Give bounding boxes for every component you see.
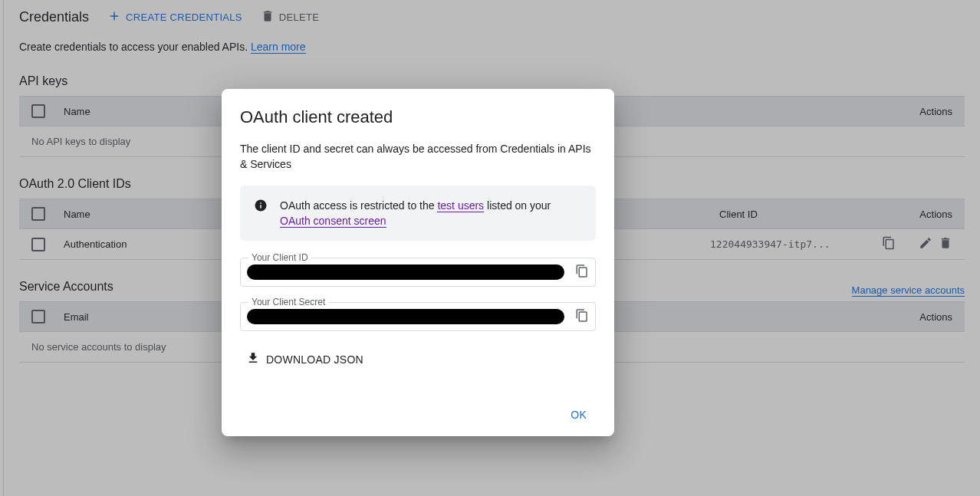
- info-box: OAuth access is restricted to the test u…: [240, 186, 596, 241]
- download-json-button[interactable]: DOWNLOAD JSON: [243, 347, 367, 372]
- info-pre: OAuth access is restricted to the: [280, 199, 437, 212]
- client-secret-field: Your Client Secret: [240, 302, 596, 331]
- oauth-consent-screen-link[interactable]: OAuth consent screen: [280, 215, 386, 228]
- oauth-created-dialog: OAuth client created The client ID and s…: [222, 89, 614, 436]
- client-id-label: Your Client ID: [248, 252, 311, 263]
- info-icon: [254, 198, 268, 228]
- info-text: OAuth access is restricted to the test u…: [280, 198, 582, 228]
- test-users-link[interactable]: test users: [437, 199, 484, 212]
- ok-button[interactable]: OK: [561, 402, 596, 427]
- client-secret-value-redacted: [247, 309, 564, 324]
- download-json-label: DOWNLOAD JSON: [266, 353, 363, 366]
- client-secret-label: Your Client Secret: [248, 297, 328, 307]
- info-mid: listed on your: [484, 199, 551, 212]
- dialog-actions: OK: [240, 402, 596, 427]
- client-id-field: Your Client ID: [240, 258, 596, 287]
- dialog-subtitle: The client ID and secret can always be a…: [240, 141, 596, 172]
- client-id-value-redacted: [247, 264, 564, 280]
- download-icon: [246, 351, 260, 367]
- dialog-title: OAuth client created: [240, 107, 596, 127]
- copy-client-secret-button[interactable]: [575, 309, 589, 325]
- copy-client-id-button[interactable]: [575, 264, 589, 281]
